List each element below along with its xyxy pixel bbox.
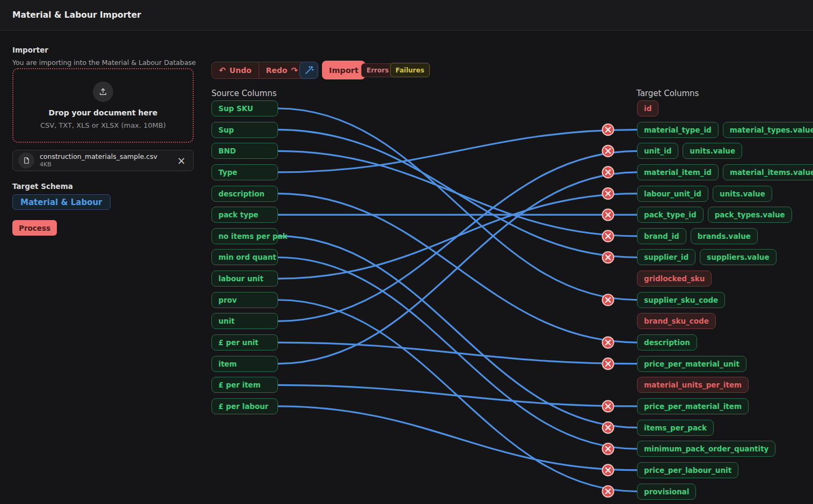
unmap-connection-button[interactable] bbox=[603, 124, 614, 135]
file-size: 4KB bbox=[40, 161, 177, 169]
unmap-connection-button[interactable] bbox=[603, 252, 614, 263]
source-column-chip[interactable]: £ per labour bbox=[211, 398, 278, 414]
mapping-wire bbox=[278, 172, 637, 364]
mapping-wire bbox=[278, 194, 637, 342]
remove-file-icon[interactable]: × bbox=[177, 156, 186, 166]
undo-button[interactable]: ↶ Undo bbox=[212, 62, 259, 78]
dropzone-hint: CSV, TXT, XLS or XLSX (max. 10MB) bbox=[40, 121, 166, 129]
target-column-chip[interactable]: material_units_per_item bbox=[637, 377, 749, 393]
upload-icon bbox=[93, 82, 113, 102]
mapping-wire bbox=[278, 300, 637, 492]
source-column-chip[interactable]: Sup SKU bbox=[211, 100, 278, 116]
source-column-chip[interactable]: no items per pak bbox=[211, 228, 278, 244]
target-column-chip[interactable]: material_type_id bbox=[637, 122, 719, 138]
target-column-row: price_per_labour_unit bbox=[637, 462, 738, 478]
redo-icon: ↷ bbox=[291, 65, 298, 75]
target-column-chip[interactable]: pack_type_id bbox=[637, 207, 704, 223]
target-lookup-chip[interactable]: brands.value bbox=[691, 228, 758, 244]
mapping-wire bbox=[278, 257, 637, 449]
target-column-row: brand_idbrands.value bbox=[637, 228, 758, 244]
target-lookup-chip[interactable]: suppliers.value bbox=[700, 249, 777, 265]
target-column-row: material_item_idmaterial_items.value bbox=[637, 164, 813, 180]
redo-button[interactable]: Redo ↷ bbox=[259, 62, 305, 78]
source-column-chip[interactable]: BND bbox=[211, 143, 278, 159]
target-column-chip[interactable]: unit_id bbox=[637, 143, 678, 159]
unmap-connection-button[interactable] bbox=[603, 486, 614, 497]
target-column-chip[interactable]: supplier_sku_code bbox=[637, 292, 725, 308]
undo-icon: ↶ bbox=[219, 65, 226, 75]
source-column-chip[interactable]: min ord quant bbox=[211, 249, 278, 265]
target-column-row: gridlocked_sku bbox=[637, 271, 712, 287]
file-dropzone[interactable]: Drop your document here CSV, TXT, XLS or… bbox=[12, 68, 194, 143]
target-column-chip[interactable]: price_per_labour_unit bbox=[637, 462, 738, 478]
file-name: construction_materials_sample.csv bbox=[40, 152, 177, 161]
undo-label: Undo bbox=[230, 66, 252, 75]
target-column-chip[interactable]: supplier_id bbox=[637, 249, 695, 265]
source-column-chip[interactable]: item bbox=[211, 356, 278, 372]
target-column-chip[interactable]: brand_sku_code bbox=[637, 313, 716, 329]
target-lookup-chip[interactable]: material_items.value bbox=[723, 164, 813, 180]
target-column-row: price_per_material_item bbox=[637, 398, 749, 414]
uploaded-file-row: construction_materials_sample.csv 4KB × bbox=[12, 150, 194, 171]
unmap-connection-button[interactable] bbox=[603, 464, 614, 476]
source-column-chip[interactable]: prov bbox=[211, 292, 278, 308]
target-column-chip[interactable]: id bbox=[637, 100, 658, 116]
source-column-chip[interactable]: Sup bbox=[211, 122, 278, 138]
unmap-connection-button[interactable] bbox=[603, 422, 614, 433]
unmap-connection-button[interactable] bbox=[603, 209, 614, 221]
app-header: Material & Labour Importer bbox=[0, 0, 813, 31]
source-column-chip[interactable]: Type bbox=[211, 164, 278, 180]
page-title: Material & Labour Importer bbox=[12, 10, 141, 20]
target-column-row: price_per_material_unit bbox=[637, 356, 746, 372]
target-column-row: pack_type_idpack_types.value bbox=[637, 207, 792, 223]
errors-badge[interactable]: Errors bbox=[361, 63, 394, 77]
target-column-row: supplier_sku_code bbox=[637, 292, 725, 308]
unmap-connection-button[interactable] bbox=[603, 443, 614, 455]
target-column-chip[interactable]: labour_unit_id bbox=[637, 186, 708, 202]
target-lookup-chip[interactable]: units.value bbox=[683, 143, 742, 159]
auto-map-button[interactable] bbox=[299, 62, 318, 79]
target-column-chip[interactable]: material_item_id bbox=[637, 164, 719, 180]
target-column-chip[interactable]: items_per_pack bbox=[637, 420, 714, 436]
target-column-row: description bbox=[637, 334, 697, 350]
source-column-chip[interactable]: £ per unit bbox=[211, 334, 278, 350]
target-column-chip[interactable]: description bbox=[637, 334, 697, 350]
unmap-connection-button[interactable] bbox=[603, 358, 614, 369]
schema-chip[interactable]: Material & Labour bbox=[12, 194, 111, 210]
mapping-wire bbox=[278, 130, 637, 258]
target-column-row: supplier_idsuppliers.value bbox=[637, 249, 777, 265]
process-button[interactable]: Process bbox=[12, 220, 57, 236]
source-column-chip[interactable]: pack type bbox=[211, 207, 278, 223]
undo-redo-group: ↶ Undo Redo ↷ bbox=[211, 62, 305, 79]
file-meta: construction_materials_sample.csv 4KB bbox=[40, 152, 177, 168]
target-lookup-chip[interactable]: pack_types.value bbox=[708, 207, 792, 223]
target-column-chip[interactable]: gridlocked_sku bbox=[637, 271, 712, 287]
unmap-connection-button[interactable] bbox=[603, 400, 614, 412]
target-column-row: minimum_pack_order_quantity bbox=[637, 441, 775, 457]
target-column-chip[interactable]: brand_id bbox=[637, 228, 686, 244]
mapping-wire bbox=[278, 151, 637, 236]
source-column-chip[interactable]: description bbox=[211, 186, 278, 202]
source-column-chip[interactable]: £ per item bbox=[211, 377, 278, 393]
target-column-chip[interactable]: provisional bbox=[637, 484, 696, 500]
target-column-chip[interactable]: price_per_material_item bbox=[637, 398, 749, 414]
target-column-chip[interactable]: price_per_material_unit bbox=[637, 356, 746, 372]
unmap-connection-button[interactable] bbox=[603, 294, 614, 305]
unmap-connection-button[interactable] bbox=[603, 230, 614, 242]
failures-badge[interactable]: Failures bbox=[390, 63, 430, 77]
import-button[interactable]: Import bbox=[322, 61, 365, 79]
mapping-wire bbox=[278, 342, 637, 364]
unmap-connection-button[interactable] bbox=[603, 166, 614, 178]
target-column-row: material_units_per_item bbox=[637, 377, 749, 393]
target-lookup-chip[interactable]: material_types.value bbox=[723, 122, 813, 138]
unmap-connection-button[interactable] bbox=[603, 188, 614, 199]
unmap-connection-button[interactable] bbox=[603, 145, 614, 157]
target-column-chip[interactable]: minimum_pack_order_quantity bbox=[637, 441, 775, 457]
target-column-row: unit_idunits.value bbox=[637, 143, 742, 159]
target-lookup-chip[interactable]: units.value bbox=[713, 186, 772, 202]
unmap-connection-button[interactable] bbox=[603, 337, 614, 348]
source-column-chip[interactable]: unit bbox=[211, 313, 278, 329]
target-column-row: items_per_pack bbox=[637, 420, 714, 436]
mapping-wire bbox=[278, 406, 637, 470]
source-column-chip[interactable]: labour unit bbox=[211, 271, 278, 287]
